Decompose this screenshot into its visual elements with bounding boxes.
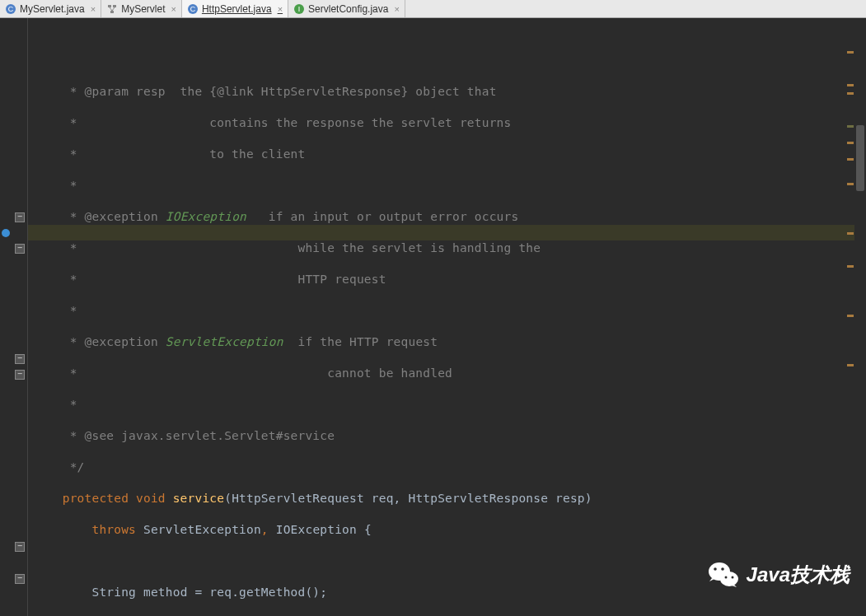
close-icon[interactable]: × [278, 4, 283, 14]
close-icon[interactable]: × [394, 4, 399, 14]
code-text: * @see javax.servlet.Servlet#service [63, 429, 335, 442]
code-text: * while the servlet is handling the [63, 241, 541, 254]
svg-point-13 [724, 576, 727, 579]
svg-point-12 [721, 567, 724, 571]
fold-marker[interactable] [15, 212, 25, 222]
svg-text:I: I [298, 5, 301, 13]
code-text: * HTTP request [63, 273, 386, 286]
tab-label: ServletConfig.java [308, 3, 388, 15]
code-text: (HttpServletRequest req, HttpServletResp… [224, 492, 592, 505]
svg-point-11 [714, 567, 717, 571]
tab-label: MyServlet.java [20, 3, 85, 15]
class-icon: C [5, 3, 16, 15]
close-icon[interactable]: × [171, 4, 176, 14]
code-text: * to the client [63, 147, 306, 161]
code-text: */ [63, 460, 85, 474]
class-icon: C [187, 3, 199, 15]
code-editor[interactable]: * @param resp the {@link HttpServletResp… [28, 18, 866, 616]
code-text: throws [63, 523, 143, 536]
fold-marker[interactable] [15, 244, 25, 254]
code-text: { [357, 523, 372, 536]
code-text: if an input or output error occurs [246, 210, 518, 223]
breakpoint-icon[interactable] [2, 229, 10, 237]
code-text: * @exception [63, 210, 166, 223]
watermark-text: Java技术栈 [747, 562, 850, 588]
fold-marker[interactable] [15, 542, 25, 552]
watermark: Java技术栈 [707, 558, 850, 591]
svg-rect-4 [110, 11, 114, 13]
svg-point-14 [731, 576, 733, 579]
code-text: * @param resp the {@link HttpServletResp… [63, 85, 497, 98]
tab-myservlet-java[interactable]: C MyServlet.java × [0, 0, 101, 17]
fold-marker[interactable] [15, 370, 25, 380]
code-text: if the HTTP request [283, 335, 438, 348]
interface-icon: I [293, 3, 305, 15]
svg-text:C: C [190, 5, 196, 13]
editor-tabs: C MyServlet.java × MyServlet × C HttpSer… [0, 0, 866, 18]
code-text: * @exception [63, 335, 166, 348]
tab-myservlet-diagram[interactable]: MyServlet × [101, 0, 182, 17]
code-text: method = req.getMethod(); [136, 586, 327, 599]
tab-servletconfig-java[interactable]: I ServletConfig.java × [288, 0, 405, 17]
tab-httpservlet-java[interactable]: C HttpServlet.java × [182, 0, 288, 17]
gutter[interactable] [0, 18, 28, 616]
code-text: ServletException [143, 523, 261, 536]
fold-marker[interactable] [15, 354, 25, 364]
code-text: * cannot be handled [63, 366, 452, 380]
svg-point-10 [720, 572, 738, 586]
svg-rect-3 [113, 5, 116, 7]
code-text: IOException [166, 210, 246, 223]
code-text: IOException [276, 523, 357, 536]
code-text: * [63, 398, 77, 411]
code-text: * [63, 179, 77, 192]
code-text: * [63, 304, 77, 317]
warning-marker[interactable] [847, 51, 854, 54]
code-text: ServletException [166, 335, 283, 348]
code-text: String [63, 586, 136, 599]
tab-label: MyServlet [121, 3, 165, 15]
fold-marker[interactable] [15, 574, 25, 584]
code-text: * contains the response the servlet retu… [63, 116, 512, 129]
close-icon[interactable]: × [91, 4, 96, 14]
tab-label: HttpServlet.java [202, 3, 272, 15]
svg-text:C: C [8, 5, 14, 13]
wechat-icon [707, 558, 740, 591]
code-text: protected void [63, 492, 173, 505]
svg-rect-2 [108, 5, 111, 7]
diagram-icon [106, 3, 118, 15]
editor-area: * @param resp the {@link HttpServletResp… [0, 18, 866, 616]
code-text: , [261, 523, 276, 536]
code-text: service [173, 492, 225, 505]
